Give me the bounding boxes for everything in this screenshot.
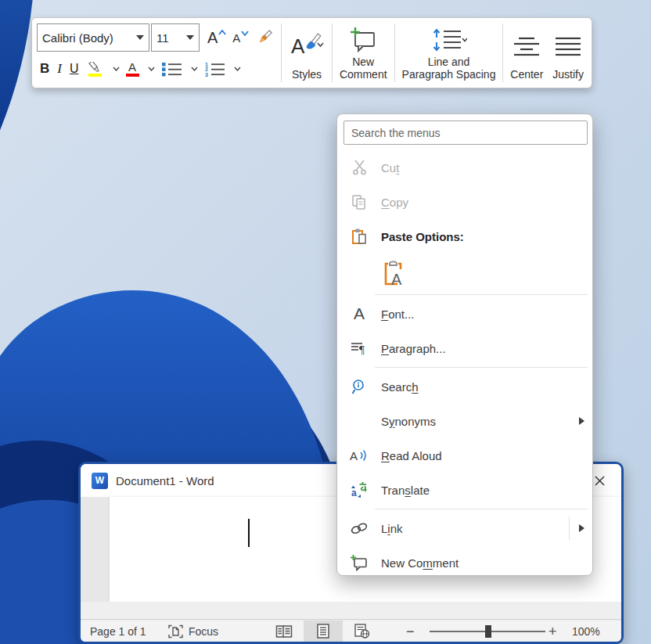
justify-button[interactable]: Justify xyxy=(548,22,588,84)
close-button[interactable] xyxy=(592,473,607,488)
font-size-combobox[interactable]: 11 xyxy=(151,23,200,52)
menu-item-synonyms[interactable]: Synonyms xyxy=(337,404,592,438)
chevron-down-icon xyxy=(241,31,249,36)
close-icon xyxy=(595,476,605,486)
bullets-dropdown[interactable] xyxy=(187,56,200,82)
italic-button[interactable]: I xyxy=(54,56,65,82)
new-comment-button[interactable]: NewComment xyxy=(335,22,392,84)
menu-item-link[interactable]: Link xyxy=(337,511,592,545)
highlight-dropdown[interactable] xyxy=(109,56,121,82)
zoom-slider[interactable] xyxy=(422,621,553,642)
text-cursor xyxy=(248,519,250,547)
bold-button[interactable]: B xyxy=(37,56,52,82)
chevron-down-icon xyxy=(148,67,155,71)
menu-item-read-aloud[interactable]: A Read Aloud xyxy=(337,438,592,473)
word-app-icon: W xyxy=(92,473,108,489)
zoom-level[interactable]: 100% xyxy=(572,621,600,642)
styles-button[interactable]: A Styles xyxy=(284,22,329,84)
focus-icon xyxy=(168,624,183,639)
menu-item-paste-options[interactable]: Paste Options: xyxy=(337,219,592,254)
font-icon: A xyxy=(337,304,381,323)
zoom-in-button[interactable]: + xyxy=(548,621,557,642)
font-color-icon: A xyxy=(126,61,139,77)
menu-item-copy[interactable]: Copy xyxy=(337,185,592,219)
paste-keep-text-only-button[interactable]: A xyxy=(381,257,408,289)
paste-options-icon xyxy=(337,228,381,246)
read-mode-button[interactable] xyxy=(264,621,304,642)
web-layout-button[interactable] xyxy=(343,621,382,642)
bullets-button[interactable] xyxy=(158,56,185,82)
menu-item-search[interactable]: Search xyxy=(337,369,592,404)
dropdown-arrow-icon xyxy=(136,35,144,40)
svg-text:A: A xyxy=(391,271,402,287)
chevron-down-icon xyxy=(113,67,120,71)
svg-text:3: 3 xyxy=(205,72,208,77)
svg-text:A: A xyxy=(350,449,358,462)
highlighter-icon xyxy=(87,62,104,77)
web-layout-icon xyxy=(354,624,370,639)
chevron-down-icon xyxy=(234,67,241,71)
cut-icon xyxy=(337,160,381,175)
numbered-list-icon: 123 xyxy=(204,61,225,77)
font-name-value: Calibri (Body) xyxy=(42,31,113,45)
svg-text:a: a xyxy=(351,487,357,498)
font-size-value: 11 xyxy=(156,31,169,45)
submenu-arrow-icon xyxy=(579,524,584,532)
format-painter-icon xyxy=(255,28,274,47)
zoom-slider-thumb[interactable] xyxy=(485,625,491,638)
menu-item-translate[interactable]: a Translate xyxy=(337,473,592,507)
read-mode-icon xyxy=(275,624,293,639)
svg-text:A: A xyxy=(291,34,305,58)
chevron-down-icon xyxy=(191,67,198,71)
numbering-button[interactable]: 123 xyxy=(201,56,228,82)
chevron-up-icon xyxy=(218,30,226,35)
menu-item-font[interactable]: A Font... xyxy=(337,297,592,331)
line-spacing-icon xyxy=(431,28,467,52)
font-name-combobox[interactable]: Calibri (Body) xyxy=(37,23,149,52)
underline-button[interactable]: U xyxy=(67,56,82,82)
search-icon xyxy=(337,379,381,395)
bullet-list-icon xyxy=(161,61,182,77)
status-bar: Page 1 of 1 Focus xyxy=(81,621,621,642)
align-center-icon xyxy=(513,35,540,57)
search-input[interactable] xyxy=(343,121,588,145)
zoom-out-button[interactable]: − xyxy=(406,621,415,642)
context-menu: Cut Copy Paste Options: A xyxy=(336,113,593,576)
page-indicator[interactable]: Page 1 of 1 xyxy=(90,621,146,642)
submenu-arrow-icon xyxy=(579,417,584,425)
copy-icon xyxy=(337,194,381,210)
menu-item-new-comment[interactable]: New Comment xyxy=(337,545,592,580)
menu-item-paragraph[interactable]: ¶ Paragraph... xyxy=(337,331,592,365)
justify-icon xyxy=(555,35,581,57)
print-layout-button[interactable] xyxy=(304,621,343,642)
font-color-button[interactable]: A xyxy=(123,56,142,82)
paragraph-icon: ¶ xyxy=(337,340,381,356)
read-aloud-icon: A xyxy=(337,448,381,463)
grow-font-button[interactable]: A xyxy=(204,24,229,51)
styles-icon: A xyxy=(290,32,324,60)
shrink-font-button[interactable]: A xyxy=(229,24,252,51)
svg-text:¶: ¶ xyxy=(359,344,365,356)
focus-mode-button[interactable]: Focus xyxy=(168,621,218,642)
new-comment-icon xyxy=(337,554,381,571)
menu-item-cut[interactable]: Cut xyxy=(337,150,592,185)
window-title: Document1 - Word xyxy=(116,474,214,487)
format-painter-button[interactable] xyxy=(252,24,277,51)
translate-icon: a xyxy=(337,481,381,498)
new-comment-icon xyxy=(349,27,377,53)
line-spacing-button[interactable]: Line andParagraph Spacing xyxy=(397,22,501,84)
font-color-dropdown[interactable] xyxy=(144,56,156,82)
mini-toolbar: Calibri (Body) 11 A A xyxy=(31,17,592,88)
link-icon xyxy=(337,521,381,535)
text-highlight-button[interactable] xyxy=(84,56,107,82)
print-layout-icon xyxy=(317,624,329,639)
dropdown-arrow-icon xyxy=(186,35,194,40)
numbering-dropdown[interactable] xyxy=(230,56,243,82)
paste-keep-text-only-icon: A xyxy=(383,259,406,287)
center-button[interactable]: Center xyxy=(505,22,548,84)
